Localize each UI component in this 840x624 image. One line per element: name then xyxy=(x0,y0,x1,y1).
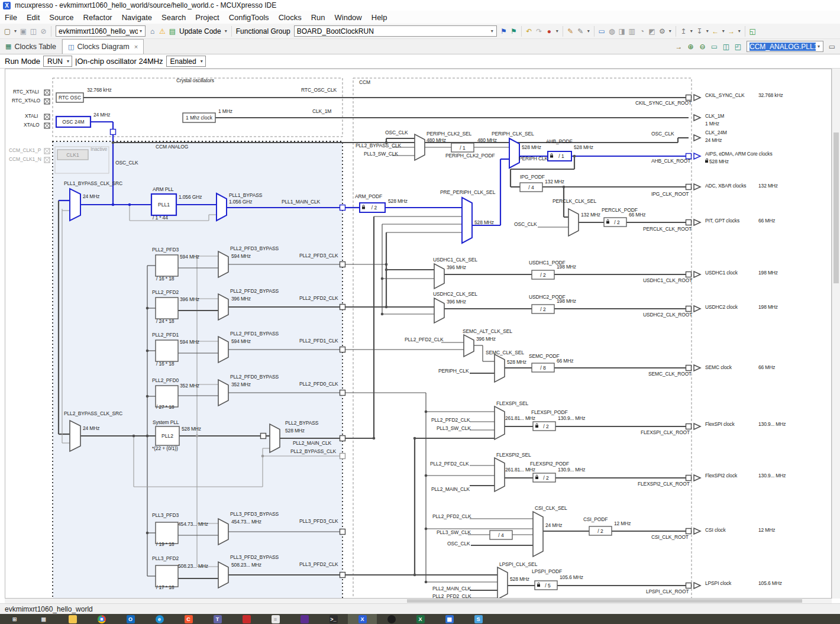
taskbar-item-task-view[interactable]: ▦ xyxy=(29,614,58,624)
clock-output-port[interactable] xyxy=(694,365,700,371)
border-connector[interactable] xyxy=(340,573,345,578)
taskbar-item-blue-app[interactable]: S xyxy=(464,614,493,624)
block[interactable] xyxy=(156,298,178,319)
mux-selector[interactable] xyxy=(509,138,519,168)
border-connector[interactable] xyxy=(340,436,345,441)
border-connector[interactable] xyxy=(261,434,266,439)
block[interactable] xyxy=(156,340,178,361)
zoom-out-icon[interactable]: ⊖ xyxy=(697,43,707,51)
mux-selector[interactable] xyxy=(217,193,227,221)
mux-selector[interactable] xyxy=(70,189,80,221)
clocks-diagram-canvas[interactable]: RTC OSC1 Mhz clockOSC 24MCLK1PLL1PLL2/ 2… xyxy=(5,69,832,599)
border-connector[interactable] xyxy=(340,454,345,459)
mux-selector[interactable] xyxy=(568,209,579,236)
border-connector[interactable] xyxy=(340,347,345,353)
menu-item-configtools[interactable]: ConfigTools xyxy=(224,12,274,23)
border-connector[interactable] xyxy=(686,424,692,429)
chevron-down-icon[interactable]: ▾ xyxy=(223,28,229,34)
border-connector[interactable] xyxy=(111,130,116,135)
border-connector[interactable] xyxy=(340,390,345,396)
clock-output-port[interactable] xyxy=(694,135,700,141)
load-icon[interactable]: ↥ xyxy=(679,27,689,35)
taskbar-item-mcuxpresso[interactable]: X xyxy=(348,614,377,624)
fit-view-icon[interactable]: ▭ xyxy=(709,43,719,51)
taskbar-item-dark-app[interactable] xyxy=(377,614,406,624)
border-connector[interactable] xyxy=(686,220,692,225)
tab-clocks-diagram[interactable]: ◫Clocks Diagram× xyxy=(62,39,144,54)
menu-item-refactor[interactable]: Refactor xyxy=(79,12,117,23)
block[interactable] xyxy=(156,386,178,407)
functional-group-combo[interactable]: BOARD_BootClockRUN▾ xyxy=(294,25,497,37)
forward-icon[interactable]: → xyxy=(726,27,736,35)
menu-item-clocks[interactable]: Clocks xyxy=(274,12,306,23)
monitor-icon[interactable]: ▭ xyxy=(597,27,607,35)
chevron-down-icon[interactable]: ▾ xyxy=(667,28,673,34)
chevron-down-icon[interactable]: ▾ xyxy=(736,28,742,34)
skip-breakpoints-icon[interactable]: ⊘ xyxy=(38,27,49,35)
close-icon[interactable]: × xyxy=(134,43,138,50)
mux-selector[interactable] xyxy=(497,567,508,599)
border-connector[interactable] xyxy=(340,205,345,211)
update-code-icon[interactable]: ▤ xyxy=(167,27,177,35)
run-mode-select[interactable]: RUN▾ xyxy=(43,56,72,67)
redo-icon[interactable]: ↷ xyxy=(534,27,544,35)
tab-clocks-table[interactable]: ▦Clocks Table xyxy=(0,39,62,54)
taskbar-item-red-app[interactable] xyxy=(232,614,261,624)
taskbar-item-edge[interactable]: e xyxy=(145,614,174,624)
border-connector[interactable] xyxy=(686,185,692,190)
taskbar-item-terminal[interactable]: >_ xyxy=(319,614,348,624)
terminate-icon[interactable]: ▥ xyxy=(627,27,637,35)
menu-item-run[interactable]: Run xyxy=(306,12,330,23)
link-with-editor-icon[interactable]: → xyxy=(674,43,684,51)
block[interactable] xyxy=(156,522,178,544)
detail-view-icon[interactable]: ◰ xyxy=(733,43,743,51)
mux-selector[interactable] xyxy=(464,335,474,357)
clock-output-port[interactable] xyxy=(694,271,700,277)
home-icon[interactable]: ⌂ xyxy=(147,27,157,35)
chevron-down-icon[interactable]: ▾ xyxy=(138,28,144,34)
undo-icon[interactable]: ↶ xyxy=(524,27,534,35)
mux-selector[interactable] xyxy=(70,421,80,451)
mux-selector[interactable] xyxy=(462,198,472,243)
chevron-down-icon[interactable]: ▾ xyxy=(816,44,822,49)
warning-icon[interactable]: ⚠ xyxy=(157,27,167,35)
edit-icon[interactable]: ✎ xyxy=(576,27,586,35)
menu-item-navigate[interactable]: Navigate xyxy=(117,12,157,23)
taskbar-item-notepad[interactable]: ≡ xyxy=(261,614,290,624)
minimize-view-icon[interactable]: ▭ xyxy=(827,43,837,51)
border-connector[interactable] xyxy=(686,95,692,101)
save-icon[interactable]: ▣ xyxy=(18,27,28,35)
clock-output-port[interactable] xyxy=(694,423,700,429)
block[interactable] xyxy=(156,255,178,276)
border-connector[interactable] xyxy=(686,529,692,534)
mux-selector[interactable] xyxy=(533,512,543,557)
clock-output-port[interactable] xyxy=(694,153,700,159)
menu-item-project[interactable]: Project xyxy=(190,12,224,23)
clock-output-port[interactable] xyxy=(694,95,700,101)
menu-item-help[interactable]: Help xyxy=(367,12,392,23)
zoom-in-icon[interactable]: ⊕ xyxy=(686,43,696,51)
element-search-combo[interactable]: CCM_ANALOG.PLL1▾ xyxy=(747,41,823,52)
record-icon[interactable]: ● xyxy=(544,27,554,35)
border-connector[interactable] xyxy=(340,529,345,535)
border-connector[interactable] xyxy=(686,476,692,481)
step-into-icon[interactable]: ◔ xyxy=(637,27,647,35)
flag-blue-icon[interactable]: ⚑ xyxy=(499,27,509,35)
block[interactable] xyxy=(156,565,178,587)
open-perspective-icon[interactable]: ◱ xyxy=(748,27,758,35)
taskbar-item-excel[interactable]: X xyxy=(406,614,435,624)
resume-icon[interactable]: ◍ xyxy=(607,27,617,35)
taskbar-item-file-explorer[interactable] xyxy=(58,614,87,624)
border-connector[interactable] xyxy=(686,366,692,371)
border-connector[interactable] xyxy=(340,262,345,267)
menu-item-file[interactable]: File xyxy=(0,12,22,23)
taskbar-item-calculator[interactable]: ▦ xyxy=(435,614,464,624)
back-icon[interactable]: ← xyxy=(710,27,721,35)
chevron-down-icon[interactable]: ▾ xyxy=(705,28,710,34)
menu-item-search[interactable]: Search xyxy=(157,12,190,23)
chevron-down-icon[interactable]: ▾ xyxy=(489,28,495,34)
clock-output-port[interactable] xyxy=(694,184,700,190)
taskbar-item-start[interactable]: ⊞ xyxy=(0,614,29,624)
border-connector[interactable] xyxy=(686,272,692,277)
taskbar-item-outlook[interactable]: O xyxy=(116,614,145,624)
